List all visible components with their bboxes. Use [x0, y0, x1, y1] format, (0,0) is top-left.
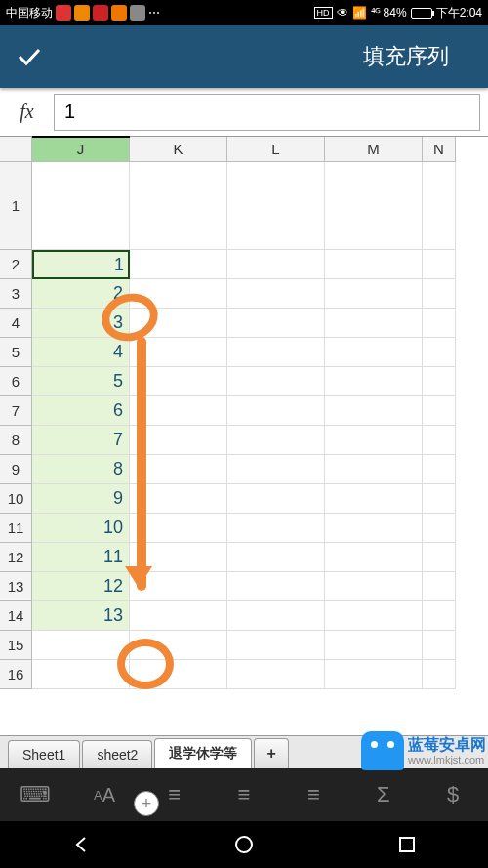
- cell[interactable]: [423, 279, 456, 309]
- cell[interactable]: [423, 601, 456, 631]
- col-header-l[interactable]: L: [227, 137, 325, 162]
- cell[interactable]: [227, 543, 325, 572]
- cell[interactable]: 6: [32, 396, 130, 426]
- cell[interactable]: [227, 660, 325, 689]
- align-left-button[interactable]: ≡: [155, 775, 194, 814]
- cell[interactable]: [325, 660, 423, 689]
- align-center-button[interactable]: ≡: [224, 775, 264, 814]
- cell[interactable]: [423, 543, 456, 572]
- cell[interactable]: [130, 279, 227, 309]
- cell[interactable]: [130, 455, 227, 484]
- cell[interactable]: [423, 367, 456, 396]
- spreadsheet[interactable]: J K L M N 121324354657687981091110121113…: [0, 137, 488, 689]
- row-header[interactable]: 16: [0, 660, 32, 689]
- row-header[interactable]: 7: [0, 396, 32, 426]
- cell[interactable]: [325, 162, 423, 250]
- back-button[interactable]: [61, 825, 101, 864]
- cell[interactable]: [32, 660, 130, 689]
- row-header[interactable]: 3: [0, 279, 32, 309]
- cell[interactable]: [130, 162, 227, 250]
- cell[interactable]: 13: [32, 601, 130, 631]
- cell[interactable]: [32, 631, 130, 660]
- cell[interactable]: [325, 484, 423, 514]
- cell[interactable]: [130, 601, 227, 631]
- cell[interactable]: [227, 484, 325, 514]
- cell[interactable]: 5: [32, 367, 130, 396]
- col-header-j[interactable]: J: [32, 137, 130, 162]
- cell[interactable]: [325, 514, 423, 543]
- cell[interactable]: [227, 279, 325, 309]
- align-right-button[interactable]: ≡: [294, 775, 333, 814]
- cell[interactable]: [325, 426, 423, 455]
- sum-button[interactable]: Σ: [364, 775, 403, 814]
- row-header[interactable]: 1: [0, 162, 32, 250]
- tab-sheet2[interactable]: sheet2: [82, 740, 152, 768]
- cell[interactable]: [423, 631, 456, 660]
- cell[interactable]: [130, 309, 227, 338]
- cell[interactable]: [325, 338, 423, 367]
- cell[interactable]: [423, 309, 456, 338]
- cell[interactable]: 10: [32, 514, 130, 543]
- fill-handle[interactable]: +: [134, 791, 159, 816]
- col-header-m[interactable]: M: [325, 137, 423, 162]
- fx-label[interactable]: fx: [0, 101, 54, 123]
- select-all-corner[interactable]: [0, 137, 32, 162]
- cell[interactable]: 1: [32, 250, 130, 279]
- row-header[interactable]: 11: [0, 514, 32, 543]
- row-header[interactable]: 5: [0, 338, 32, 367]
- cell[interactable]: [423, 514, 456, 543]
- tab-current[interactable]: 退学休学等: [154, 738, 252, 768]
- row-header[interactable]: 6: [0, 367, 32, 396]
- cell[interactable]: [32, 162, 130, 250]
- cell[interactable]: [423, 572, 456, 601]
- row-header[interactable]: 12: [0, 543, 32, 572]
- cell[interactable]: 7: [32, 426, 130, 455]
- cell[interactable]: [325, 396, 423, 426]
- cell[interactable]: [130, 660, 227, 689]
- cell[interactable]: 2: [32, 279, 130, 309]
- tab-sheet1[interactable]: Sheet1: [8, 740, 80, 768]
- cell[interactable]: [325, 543, 423, 572]
- row-header[interactable]: 15: [0, 631, 32, 660]
- cell[interactable]: [130, 543, 227, 572]
- add-sheet-button[interactable]: +: [254, 738, 288, 768]
- cell[interactable]: [227, 338, 325, 367]
- recent-button[interactable]: [387, 825, 427, 864]
- row-header[interactable]: 9: [0, 455, 32, 484]
- row-header[interactable]: 13: [0, 572, 32, 601]
- cell[interactable]: [423, 162, 456, 250]
- row-header[interactable]: 8: [0, 426, 32, 455]
- cell[interactable]: [130, 514, 227, 543]
- font-button[interactable]: AA: [85, 775, 124, 814]
- cell[interactable]: 8: [32, 455, 130, 484]
- cell[interactable]: [227, 455, 325, 484]
- cell[interactable]: [325, 367, 423, 396]
- cell[interactable]: [227, 601, 325, 631]
- cell[interactable]: [325, 309, 423, 338]
- cell[interactable]: [227, 250, 325, 279]
- keyboard-button[interactable]: ⌨: [16, 775, 55, 814]
- row-header[interactable]: 4: [0, 309, 32, 338]
- cell[interactable]: [227, 426, 325, 455]
- cell[interactable]: [130, 396, 227, 426]
- cell[interactable]: [423, 660, 456, 689]
- cell[interactable]: [423, 426, 456, 455]
- cell[interactable]: [423, 396, 456, 426]
- cell[interactable]: 3: [32, 309, 130, 338]
- cell[interactable]: [130, 338, 227, 367]
- cell[interactable]: [325, 455, 423, 484]
- cell[interactable]: [325, 601, 423, 631]
- cell[interactable]: [423, 338, 456, 367]
- cell[interactable]: [227, 396, 325, 426]
- currency-button[interactable]: $: [433, 775, 472, 814]
- cell[interactable]: [227, 572, 325, 601]
- cell[interactable]: [130, 572, 227, 601]
- cell[interactable]: [325, 631, 423, 660]
- cell[interactable]: [423, 455, 456, 484]
- cell[interactable]: [130, 250, 227, 279]
- cell[interactable]: [227, 631, 325, 660]
- row-header[interactable]: 2: [0, 250, 32, 279]
- cell[interactable]: [130, 367, 227, 396]
- col-header-n[interactable]: N: [423, 137, 456, 162]
- cell[interactable]: 12: [32, 572, 130, 601]
